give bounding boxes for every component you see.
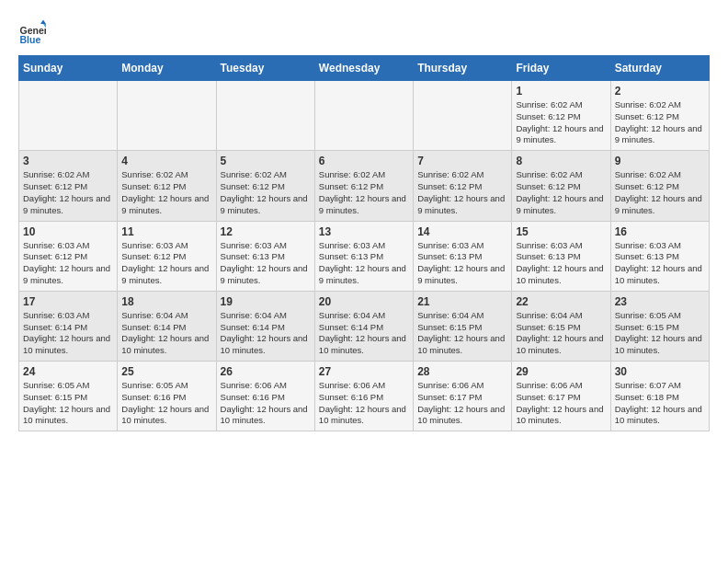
day-number: 20 <box>319 295 409 308</box>
day-number: 28 <box>417 365 507 378</box>
day-info: Sunrise: 6:03 AM Sunset: 6:12 PM Dayligh… <box>121 240 211 287</box>
day-info: Sunrise: 6:05 AM Sunset: 6:15 PM Dayligh… <box>615 310 705 357</box>
day-info: Sunrise: 6:03 AM Sunset: 6:13 PM Dayligh… <box>615 240 705 287</box>
calendar-cell: 17Sunrise: 6:03 AM Sunset: 6:14 PM Dayli… <box>19 291 118 361</box>
day-number: 7 <box>417 155 507 167</box>
day-header-thursday: Thursday <box>414 56 512 81</box>
calendar-cell: 18Sunrise: 6:04 AM Sunset: 6:14 PM Dayli… <box>118 291 216 361</box>
calendar-cell: 27Sunrise: 6:06 AM Sunset: 6:16 PM Dayli… <box>314 362 413 431</box>
day-info: Sunrise: 6:06 AM Sunset: 6:16 PM Dayligh… <box>319 380 409 427</box>
calendar-cell: 15Sunrise: 6:03 AM Sunset: 6:13 PM Dayli… <box>512 221 610 291</box>
day-info: Sunrise: 6:04 AM Sunset: 6:15 PM Dayligh… <box>516 310 606 357</box>
day-number: 11 <box>121 225 211 238</box>
calendar-header-row: SundayMondayTuesdayWednesdayThursdayFrid… <box>19 56 710 81</box>
calendar-cell: 24Sunrise: 6:05 AM Sunset: 6:15 PM Dayli… <box>19 362 118 431</box>
calendar-cell: 29Sunrise: 6:06 AM Sunset: 6:17 PM Dayli… <box>512 362 610 431</box>
day-info: Sunrise: 6:06 AM Sunset: 6:16 PM Dayligh… <box>221 380 311 427</box>
day-header-wednesday: Wednesday <box>314 56 413 81</box>
day-number: 4 <box>121 155 211 167</box>
day-number: 15 <box>516 225 606 238</box>
day-info: Sunrise: 6:02 AM Sunset: 6:12 PM Dayligh… <box>23 169 113 216</box>
calendar-cell: 19Sunrise: 6:04 AM Sunset: 6:14 PM Dayli… <box>216 291 314 361</box>
day-info: Sunrise: 6:02 AM Sunset: 6:12 PM Dayligh… <box>417 169 507 216</box>
day-info: Sunrise: 6:05 AM Sunset: 6:16 PM Dayligh… <box>121 380 211 427</box>
calendar-cell <box>19 81 118 151</box>
day-info: Sunrise: 6:04 AM Sunset: 6:14 PM Dayligh… <box>121 310 211 357</box>
day-number: 22 <box>516 295 606 308</box>
day-number: 27 <box>319 365 409 378</box>
day-number: 1 <box>516 85 606 98</box>
calendar-table: SundayMondayTuesdayWednesdayThursdayFrid… <box>18 55 710 431</box>
day-header-sunday: Sunday <box>19 56 118 81</box>
day-number: 18 <box>121 295 211 308</box>
logo-icon: General Blue <box>18 18 46 46</box>
calendar-cell: 22Sunrise: 6:04 AM Sunset: 6:15 PM Dayli… <box>512 291 610 361</box>
calendar-cell: 1Sunrise: 6:02 AM Sunset: 6:12 PM Daylig… <box>512 81 610 151</box>
calendar-cell: 12Sunrise: 6:03 AM Sunset: 6:13 PM Dayli… <box>216 221 314 291</box>
day-info: Sunrise: 6:03 AM Sunset: 6:13 PM Dayligh… <box>319 240 409 287</box>
calendar-cell: 26Sunrise: 6:06 AM Sunset: 6:16 PM Dayli… <box>216 362 314 431</box>
day-info: Sunrise: 6:03 AM Sunset: 6:13 PM Dayligh… <box>516 240 606 287</box>
header: General Blue <box>18 18 710 46</box>
day-number: 21 <box>417 295 507 308</box>
day-number: 5 <box>221 155 311 167</box>
svg-text:Blue: Blue <box>20 34 41 45</box>
day-info: Sunrise: 6:02 AM Sunset: 6:12 PM Dayligh… <box>615 169 705 216</box>
day-info: Sunrise: 6:02 AM Sunset: 6:12 PM Dayligh… <box>615 99 705 146</box>
day-header-tuesday: Tuesday <box>216 56 314 81</box>
calendar-cell: 6Sunrise: 6:02 AM Sunset: 6:12 PM Daylig… <box>314 151 413 221</box>
day-number: 10 <box>23 225 113 238</box>
day-number: 8 <box>516 155 606 167</box>
day-number: 2 <box>615 85 705 98</box>
calendar-cell: 4Sunrise: 6:02 AM Sunset: 6:12 PM Daylig… <box>118 151 216 221</box>
calendar-cell <box>118 81 216 151</box>
day-number: 29 <box>516 365 606 378</box>
day-number: 19 <box>221 295 311 308</box>
calendar-cell: 2Sunrise: 6:02 AM Sunset: 6:12 PM Daylig… <box>610 81 709 151</box>
calendar-cell: 13Sunrise: 6:03 AM Sunset: 6:13 PM Dayli… <box>314 221 413 291</box>
calendar-cell: 8Sunrise: 6:02 AM Sunset: 6:12 PM Daylig… <box>512 151 610 221</box>
day-number: 12 <box>221 225 311 238</box>
calendar-cell: 28Sunrise: 6:06 AM Sunset: 6:17 PM Dayli… <box>414 362 512 431</box>
calendar-cell: 30Sunrise: 6:07 AM Sunset: 6:18 PM Dayli… <box>610 362 709 431</box>
calendar-cell: 7Sunrise: 6:02 AM Sunset: 6:12 PM Daylig… <box>414 151 512 221</box>
calendar-week-row: 10Sunrise: 6:03 AM Sunset: 6:12 PM Dayli… <box>19 221 710 291</box>
day-info: Sunrise: 6:02 AM Sunset: 6:12 PM Dayligh… <box>319 169 409 216</box>
calendar-cell <box>414 81 512 151</box>
day-info: Sunrise: 6:04 AM Sunset: 6:14 PM Dayligh… <box>319 310 409 357</box>
day-info: Sunrise: 6:04 AM Sunset: 6:15 PM Dayligh… <box>417 310 507 357</box>
calendar-cell: 20Sunrise: 6:04 AM Sunset: 6:14 PM Dayli… <box>314 291 413 361</box>
day-number: 24 <box>23 365 113 378</box>
day-number: 25 <box>121 365 211 378</box>
calendar-cell: 9Sunrise: 6:02 AM Sunset: 6:12 PM Daylig… <box>610 151 709 221</box>
calendar-cell: 23Sunrise: 6:05 AM Sunset: 6:15 PM Dayli… <box>610 291 709 361</box>
day-info: Sunrise: 6:03 AM Sunset: 6:12 PM Dayligh… <box>23 240 113 287</box>
day-header-saturday: Saturday <box>610 56 709 81</box>
day-info: Sunrise: 6:03 AM Sunset: 6:13 PM Dayligh… <box>417 240 507 287</box>
day-info: Sunrise: 6:03 AM Sunset: 6:14 PM Dayligh… <box>23 310 113 357</box>
day-header-friday: Friday <box>512 56 610 81</box>
day-number: 30 <box>615 365 705 378</box>
day-info: Sunrise: 6:02 AM Sunset: 6:12 PM Dayligh… <box>516 169 606 216</box>
calendar-week-row: 1Sunrise: 6:02 AM Sunset: 6:12 PM Daylig… <box>19 81 710 151</box>
day-number: 16 <box>615 225 705 238</box>
day-info: Sunrise: 6:03 AM Sunset: 6:13 PM Dayligh… <box>221 240 311 287</box>
day-number: 26 <box>221 365 311 378</box>
logo: General Blue <box>18 18 46 46</box>
calendar-cell <box>216 81 314 151</box>
calendar-cell: 3Sunrise: 6:02 AM Sunset: 6:12 PM Daylig… <box>19 151 118 221</box>
day-info: Sunrise: 6:06 AM Sunset: 6:17 PM Dayligh… <box>516 380 606 427</box>
calendar-cell <box>314 81 413 151</box>
calendar-cell: 16Sunrise: 6:03 AM Sunset: 6:13 PM Dayli… <box>610 221 709 291</box>
day-number: 23 <box>615 295 705 308</box>
calendar-cell: 10Sunrise: 6:03 AM Sunset: 6:12 PM Dayli… <box>19 221 118 291</box>
day-number: 13 <box>319 225 409 238</box>
calendar-cell: 5Sunrise: 6:02 AM Sunset: 6:12 PM Daylig… <box>216 151 314 221</box>
calendar-week-row: 17Sunrise: 6:03 AM Sunset: 6:14 PM Dayli… <box>19 291 710 361</box>
day-info: Sunrise: 6:06 AM Sunset: 6:17 PM Dayligh… <box>417 380 507 427</box>
day-info: Sunrise: 6:02 AM Sunset: 6:12 PM Dayligh… <box>516 99 606 146</box>
day-info: Sunrise: 6:05 AM Sunset: 6:15 PM Dayligh… <box>23 380 113 427</box>
day-number: 9 <box>615 155 705 167</box>
day-header-monday: Monday <box>118 56 216 81</box>
calendar-week-row: 3Sunrise: 6:02 AM Sunset: 6:12 PM Daylig… <box>19 151 710 221</box>
